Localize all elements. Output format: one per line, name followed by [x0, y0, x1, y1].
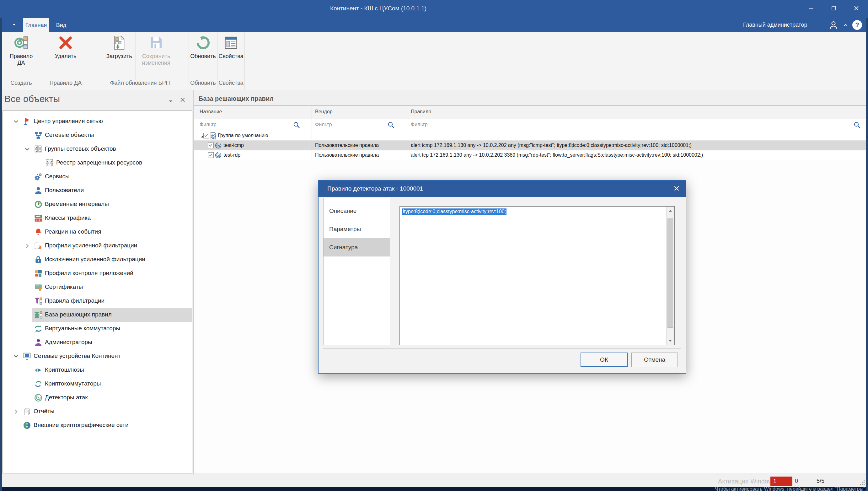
search-icon[interactable] — [387, 121, 395, 129]
dialog-tab-2[interactable]: Сигнатура — [324, 238, 390, 257]
tree-item-doc-fire[interactable]: Профили усиленной фильтрации — [3, 239, 192, 253]
filter-input-rule[interactable]: Фильтр — [411, 122, 428, 127]
cancel-button[interactable]: Отмена — [631, 352, 678, 367]
crypto-switch-icon — [34, 380, 42, 388]
ribbon-button-label: Обновить — [190, 53, 216, 60]
tree-item-traffic[interactable]: Классы трафика — [3, 211, 192, 225]
column-header-vendor[interactable]: Вендор — [315, 109, 333, 115]
column-header-rule[interactable]: Правило — [411, 109, 431, 115]
user-icon[interactable] — [829, 21, 838, 30]
scroll-down-icon[interactable] — [668, 338, 673, 343]
tab-view[interactable]: Вид — [49, 18, 73, 32]
rule-da-icon — [14, 35, 29, 51]
tree-item-devices[interactable]: Сетевые устройства Континент — [3, 349, 192, 363]
ribbon-button-label: Свойства — [218, 53, 243, 60]
chevron-expanded-icon[interactable] — [24, 145, 31, 153]
tree-item-gears[interactable]: Сервисы — [3, 170, 192, 184]
dialog-tab-0[interactable]: Описание — [324, 202, 390, 220]
tree-item-crypto-gateway[interactable]: Криптошлюзы — [3, 363, 192, 377]
tree-item-certificate[interactable]: Сертификаты — [3, 280, 192, 294]
tree-item-clock[interactable]: Временные интервалы — [3, 198, 192, 211]
delete-x-button[interactable]: Удалить — [52, 32, 80, 80]
dialog-title-bar: Правило детектора атак - 1000001 — [319, 180, 686, 197]
tree-item-group-docs[interactable]: Группы сетевых объектов — [3, 142, 192, 156]
close-button[interactable] — [847, 2, 865, 15]
tree-item-label: Реестр запрещенных ресурсов — [56, 159, 142, 166]
tree-item-attack-detector[interactable]: Детекторы атак — [3, 391, 192, 405]
tree-item-bell[interactable]: Реакции на события — [3, 225, 192, 239]
tree-item-user[interactable]: Пользователи — [3, 184, 192, 198]
tree-item-external-net[interactable]: Внешние криптографические сети — [3, 418, 192, 432]
chevron-up-icon[interactable] — [843, 22, 848, 28]
current-user-label[interactable]: Главный администратор — [743, 22, 807, 28]
tree-item-crypto-switch[interactable]: Криптокоммутаторы — [3, 377, 192, 391]
minimize-button[interactable] — [802, 2, 820, 15]
tree-item-reports[interactable]: Отчёты — [3, 405, 192, 418]
table-row-group[interactable]: Группа по умолчанию — [194, 131, 866, 141]
window-title: Континент - КШ с ЦУСом (10.0.1.1) — [330, 5, 426, 12]
virtual-switch-icon — [34, 325, 42, 333]
search-icon[interactable] — [293, 121, 300, 129]
tree-item-lock[interactable]: Исключения усиленной фильтрации — [3, 253, 192, 266]
signature-textarea[interactable]: itype:8;icode:0;classtype:misc-activity;… — [399, 206, 675, 345]
tree-item-admin[interactable]: Администраторы — [3, 336, 192, 349]
column-divider — [311, 106, 312, 160]
chevron-collapsed-icon[interactable] — [12, 408, 20, 415]
dialog-separator — [323, 348, 681, 349]
ribbon-group-label: Создать — [2, 80, 40, 90]
database-icon — [34, 311, 42, 319]
column-header-name[interactable]: Название — [200, 109, 222, 115]
funnel-icon — [34, 297, 42, 305]
tab-main[interactable]: Главная — [23, 18, 49, 32]
signature-rule-icon — [215, 142, 222, 149]
status-badge: 1 — [770, 476, 792, 486]
tree-item-label: Криптокоммутаторы — [45, 380, 101, 387]
dialog-title: Правило детектора атак - 1000001 — [327, 185, 423, 192]
refresh-button[interactable]: Обновить — [187, 32, 219, 80]
row-checkbox[interactable] — [208, 143, 214, 148]
ribbon-button-label: Сохранить изменения — [139, 53, 174, 66]
chevron-expanded-icon[interactable] — [12, 118, 20, 125]
selected-signature-text: itype:8;icode:0;classtype:misc-activity;… — [402, 208, 507, 215]
tree-item-apps[interactable]: Профили контроля приложений — [3, 266, 192, 280]
windows-activation-watermark-line2: Чтобы активировать Windows, перейдите в … — [715, 487, 866, 491]
resize-grip[interactable] — [858, 479, 866, 486]
sidebar-collapse-icon[interactable] — [167, 97, 175, 105]
filter-input-vendor[interactable]: Фильтр — [315, 122, 332, 127]
maximize-button[interactable] — [825, 2, 843, 15]
scrollbar-thumb[interactable] — [667, 219, 673, 328]
chevron-collapsed-icon[interactable] — [24, 242, 31, 250]
download-button[interactable]: Загрузить — [103, 32, 135, 80]
tree-item-group-docs[interactable]: Реестр запрещенных ресурсов — [3, 156, 192, 170]
dialog-close-icon[interactable] — [672, 184, 681, 193]
tree-item-label: Сетевые устройства Континент — [34, 352, 120, 359]
row-checkbox[interactable] — [203, 133, 209, 139]
rule-da-button[interactable]: Правило ДА — [2, 32, 40, 80]
dialog-tab-1[interactable]: Параметры — [324, 220, 390, 238]
sidebar-close-icon[interactable] — [179, 96, 186, 104]
filter-input-name[interactable]: Фильтр — [200, 122, 216, 127]
tree-item-virtual-switch[interactable]: Виртуальные коммутаторы — [3, 322, 192, 336]
tree-item-funnel[interactable]: Правила фильтрации — [3, 294, 192, 308]
window-edge-right — [866, 18, 868, 491]
scroll-up-icon[interactable] — [668, 208, 673, 213]
chevron-expanded-icon[interactable] — [12, 352, 20, 360]
ok-button[interactable]: ОК — [580, 352, 628, 367]
tree-item-flag[interactable]: Центр управления сетью — [3, 115, 192, 128]
save-button: Сохранить изменения — [135, 32, 177, 80]
row-checkbox[interactable] — [208, 152, 214, 158]
tree-item-label: База решающих правил — [45, 311, 112, 318]
tree-item-database[interactable]: База решающих правил — [3, 308, 192, 322]
status-pages: 5/5 — [816, 478, 825, 484]
textarea-scrollbar[interactable] — [666, 207, 675, 345]
table-row-test-rdp[interactable]: test-rdpПользовательские правилаalert tc… — [194, 150, 866, 160]
table-row-test-icmp[interactable]: test-icmpПользовательские правилаalert i… — [194, 141, 866, 150]
ribbon-group-2: ЗагрузитьСохранить измененияФайл обновле… — [91, 32, 189, 90]
properties-button[interactable]: Свойства — [215, 32, 246, 80]
apps-icon — [34, 269, 42, 278]
help-button[interactable]: ? — [852, 20, 862, 30]
app-menu-caret-icon[interactable] — [11, 22, 20, 29]
filter-row: ФильтрФильтрФильтр — [194, 119, 866, 131]
tree-item-network[interactable]: Сетевые объекты — [3, 128, 192, 142]
search-icon[interactable] — [853, 121, 861, 129]
